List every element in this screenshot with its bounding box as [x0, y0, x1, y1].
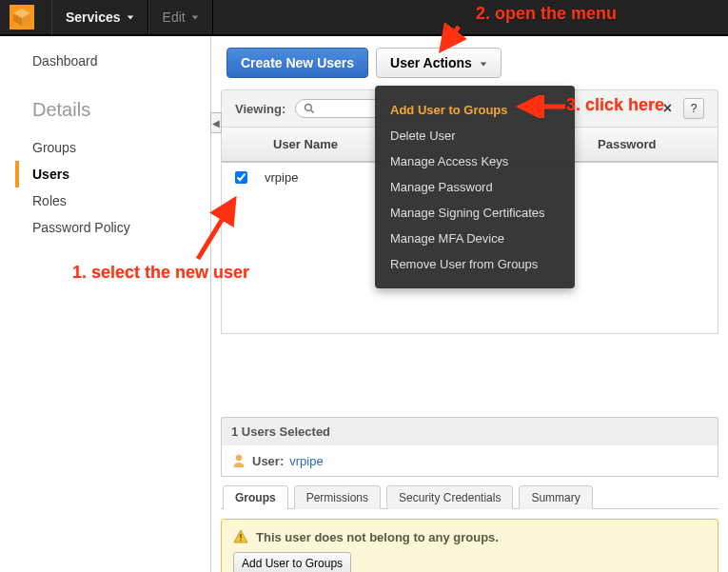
- selected-user-line: User: vrpipe: [221, 445, 718, 477]
- viewing-label: Viewing:: [235, 102, 285, 116]
- menu-item-remove-user-from-groups[interactable]: Remove User from Groups: [388, 251, 561, 277]
- svg-line-7: [311, 110, 314, 113]
- no-groups-notice: This user does not belong to any groups.…: [221, 519, 718, 572]
- menu-item-add-user-to-groups[interactable]: Add User to Groups: [388, 97, 561, 123]
- svg-rect-11: [240, 540, 242, 542]
- sidebar-item-roles[interactable]: Roles: [32, 187, 210, 214]
- detail-tabs: Groups Permissions Security Credentials …: [221, 484, 718, 509]
- user-actions-menu: Add User to Groups Delete User Manage Ac…: [375, 86, 575, 288]
- aws-logo-icon[interactable]: [10, 5, 34, 30]
- close-icon[interactable]: ×: [658, 100, 678, 117]
- tab-summary[interactable]: Summary: [519, 485, 592, 509]
- tab-security-credentials[interactable]: Security Credentials: [386, 485, 513, 509]
- sidebar-item-users[interactable]: Users: [15, 161, 210, 187]
- tab-groups[interactable]: Groups: [223, 485, 288, 509]
- nav-services-label: Services: [66, 10, 121, 25]
- cube-icon: [12, 8, 31, 27]
- column-header-password[interactable]: Password: [584, 128, 718, 161]
- detail-panel: 1 Users Selected User: vrpipe Groups Per…: [211, 417, 718, 572]
- user-link[interactable]: vrpipe: [289, 454, 323, 468]
- toolbar: Create New Users User Actions: [226, 48, 718, 78]
- add-user-to-groups-button[interactable]: Add User to Groups: [233, 552, 351, 572]
- svg-rect-10: [240, 534, 242, 539]
- selection-count: 1 Users Selected: [221, 417, 718, 445]
- tab-permissions[interactable]: Permissions: [294, 485, 381, 509]
- nav-edit[interactable]: Edit: [148, 0, 213, 35]
- menu-item-manage-password[interactable]: Manage Password: [388, 174, 561, 200]
- chevron-down-icon: [480, 60, 487, 68]
- svg-point-8: [236, 455, 242, 461]
- create-new-users-button[interactable]: Create New Users: [226, 48, 368, 78]
- sidebar-details-heading: Details: [32, 99, 210, 121]
- menu-item-manage-mfa-device[interactable]: Manage MFA Device: [388, 226, 561, 251]
- nav-edit-label: Edit: [163, 10, 186, 25]
- chevron-down-icon: [191, 13, 199, 21]
- sidebar: Dashboard Details Groups Users Roles Pas…: [0, 36, 211, 572]
- user-actions-label: User Actions: [390, 55, 472, 70]
- notice-text: This user does not belong to any groups.: [256, 530, 499, 544]
- user-label: User:: [252, 454, 284, 468]
- menu-item-delete-user[interactable]: Delete User: [388, 123, 561, 148]
- user-icon: [231, 453, 246, 468]
- menu-item-manage-access-keys[interactable]: Manage Access Keys: [388, 148, 561, 174]
- row-checkbox[interactable]: [235, 171, 247, 184]
- search-icon: [304, 103, 315, 114]
- svg-marker-3: [127, 15, 132, 19]
- menu-item-manage-signing-certificates[interactable]: Manage Signing Certificates: [388, 200, 561, 226]
- svg-marker-4: [192, 15, 198, 19]
- sidebar-collapse-handle[interactable]: ◀: [210, 112, 222, 133]
- help-button[interactable]: ?: [683, 98, 704, 119]
- main-panel: ◀ Create New Users User Actions Viewing:…: [211, 36, 728, 572]
- user-actions-button[interactable]: User Actions: [376, 48, 502, 78]
- top-nav: Services Edit: [0, 0, 728, 36]
- sidebar-item-password-policy[interactable]: Password Policy: [32, 214, 210, 241]
- sidebar-item-groups[interactable]: Groups: [32, 134, 210, 161]
- chevron-down-icon: [127, 13, 134, 21]
- svg-marker-5: [481, 62, 486, 66]
- svg-point-6: [305, 105, 312, 111]
- warning-icon: [233, 529, 248, 544]
- nav-services[interactable]: Services: [51, 0, 148, 35]
- row-username: vrpipe: [265, 170, 298, 185]
- sidebar-dashboard[interactable]: Dashboard: [32, 53, 210, 69]
